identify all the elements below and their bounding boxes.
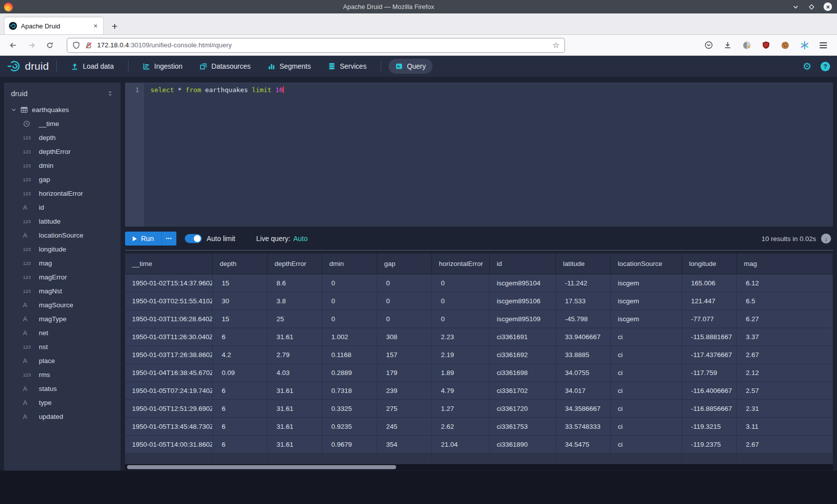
table-cell[interactable]: 34.3586667	[556, 400, 611, 417]
table-cell[interactable]: 2.19	[432, 346, 490, 364]
settings-gear-icon[interactable]: ⚙	[803, 61, 812, 71]
table-cell[interactable]: 25	[268, 310, 322, 328]
downloads-icon[interactable]	[723, 41, 732, 49]
nav-tab-segments[interactable]: Segments	[261, 59, 317, 74]
sidebar-column-magType[interactable]: AmagType	[4, 312, 121, 326]
sidebar-table-earthquakes[interactable]: earthquakes	[4, 103, 121, 117]
table-cell[interactable]: ci3361753	[490, 418, 556, 435]
sidebar-column-magError[interactable]: 123magError	[4, 270, 121, 284]
table-cell[interactable]: -116.4006667	[682, 382, 737, 399]
table-cell[interactable]: -119.2375	[682, 436, 737, 453]
table-cell[interactable]: 6.27	[737, 310, 833, 328]
table-cell[interactable]: iscgem895106	[490, 292, 556, 310]
table-cell[interactable]: 31.61	[268, 328, 322, 346]
table-cell[interactable]: 17.533	[556, 292, 611, 310]
help-icon[interactable]: ?	[821, 62, 830, 71]
table-cell[interactable]: 354	[377, 436, 432, 453]
table-cell[interactable]: 0.2889	[322, 364, 377, 381]
table-cell[interactable]: 31.61	[268, 418, 322, 435]
table-cell[interactable]: ci	[611, 364, 682, 381]
table-cell[interactable]: 31.61	[268, 400, 322, 417]
table-cell[interactable]: 308	[377, 328, 432, 346]
table-cell[interactable]: ci3361720	[490, 400, 556, 417]
column-header-horizontalError[interactable]: horizontalError	[432, 253, 490, 274]
table-cell[interactable]: iscgem	[611, 274, 682, 292]
table-cell[interactable]: 1950-01-05T14:00:31.860Z	[125, 436, 213, 453]
cookie-extension-icon[interactable]	[781, 41, 790, 50]
table-cell[interactable]: 2.12	[737, 364, 833, 381]
table-cell[interactable]: ci	[611, 400, 682, 417]
table-cell[interactable]: 4.79	[432, 382, 490, 399]
run-button[interactable]: Run	[125, 232, 161, 246]
sidebar-column-status[interactable]: Astatus	[4, 381, 121, 395]
table-cell[interactable]: 33.9406667	[556, 328, 611, 346]
table-cell[interactable]: 15	[213, 310, 268, 328]
sidebar-column-updated[interactable]: Aupdated	[4, 409, 121, 423]
table-cell[interactable]: 6	[213, 418, 268, 435]
table-cell[interactable]: 1.89	[432, 364, 490, 381]
bookmark-star-icon[interactable]: ☆	[553, 40, 559, 50]
table-cell[interactable]: 3.8	[268, 292, 322, 310]
forward-icon[interactable]	[27, 41, 36, 49]
sidebar-column-__time[interactable]: __time	[4, 117, 121, 130]
table-cell[interactable]: 2.67	[737, 436, 833, 453]
menu-icon[interactable]	[820, 42, 827, 48]
table-cell[interactable]: 0.9679	[322, 436, 377, 453]
horizontal-scrollbar[interactable]	[125, 464, 833, 470]
column-header-id[interactable]: id	[490, 253, 556, 274]
pocket-icon[interactable]	[704, 41, 713, 49]
column-header-dmin[interactable]: dmin	[322, 253, 377, 274]
column-header-locationSource[interactable]: locationSource	[611, 253, 682, 274]
url-bar[interactable]: 172.18.0.4:30109/unified-console.html#qu…	[67, 38, 565, 53]
window-close-button[interactable]	[824, 2, 832, 11]
column-header-longitude[interactable]: longitude	[682, 253, 737, 274]
table-cell[interactable]: 15	[213, 274, 268, 292]
sidebar-column-mag[interactable]: 123mag	[4, 256, 121, 270]
table-cell[interactable]: 0.9235	[322, 418, 377, 435]
table-cell[interactable]: ci3361691	[490, 328, 556, 346]
table-cell[interactable]: -117.759	[682, 364, 737, 381]
nav-tab-datasources[interactable]: Datasources	[193, 59, 257, 74]
table-cell[interactable]: 0	[377, 274, 432, 292]
table-cell[interactable]: -115.8881667	[682, 328, 737, 346]
sidebar-column-gap[interactable]: 123gap	[4, 172, 121, 186]
table-cell[interactable]: 4.2	[213, 346, 268, 364]
sidebar-column-place[interactable]: Aplace	[4, 354, 121, 368]
table-cell[interactable]: 165.006	[682, 274, 737, 292]
table-cell[interactable]: 1950-01-02T15:14:37.960Z	[125, 274, 213, 292]
sidebar-column-net[interactable]: Anet	[4, 326, 121, 340]
table-cell[interactable]: 34.0755	[556, 364, 611, 381]
sort-icon[interactable]	[107, 90, 114, 97]
new-tab-button[interactable]: +	[112, 21, 118, 31]
live-query-value[interactable]: Auto	[293, 235, 308, 243]
nav-tab-services[interactable]: Services	[321, 59, 373, 74]
table-cell[interactable]: 275	[377, 400, 432, 417]
sidebar-column-rms[interactable]: 123rms	[4, 368, 121, 381]
table-cell[interactable]: -11.242	[556, 274, 611, 292]
table-cell[interactable]: 4.03	[268, 364, 322, 381]
table-cell[interactable]: 0.7318	[322, 382, 377, 399]
sidebar-column-nst[interactable]: 123nst	[4, 340, 121, 354]
table-cell[interactable]: 0.09	[213, 364, 268, 381]
column-header-depthError[interactable]: depthError	[268, 253, 322, 274]
column-header-depth[interactable]: depth	[213, 253, 268, 274]
table-cell[interactable]: -119.3215	[682, 418, 737, 435]
column-header-__time[interactable]: __time	[125, 253, 213, 274]
table-cell[interactable]: 1950-01-03T11:06:28.640Z	[125, 310, 213, 328]
asterisk-extension-icon[interactable]	[800, 41, 809, 50]
sidebar-column-longitude[interactable]: 123longitude	[4, 242, 121, 256]
table-cell[interactable]: 2.67	[737, 346, 833, 364]
table-cell[interactable]: iscgem	[611, 292, 682, 310]
table-cell[interactable]: 34.5475	[556, 436, 611, 453]
table-cell[interactable]: 1950-01-05T13:45:48.730Z	[125, 418, 213, 435]
window-titlebar[interactable]: Apache Druid — Mozilla Firefox	[0, 0, 837, 13]
sidebar-column-locationSource[interactable]: AlocationSource	[4, 228, 121, 242]
table-cell[interactable]: 6.5	[737, 292, 833, 310]
table-cell[interactable]: -77.077	[682, 310, 737, 328]
table-cell[interactable]: 239	[377, 382, 432, 399]
table-cell[interactable]: 121.447	[682, 292, 737, 310]
table-cell[interactable]: 3.37	[737, 328, 833, 346]
table-cell[interactable]: iscgem	[611, 310, 682, 328]
table-cell[interactable]: 0	[432, 274, 490, 292]
download-results-icon[interactable]: ↓	[821, 234, 831, 244]
